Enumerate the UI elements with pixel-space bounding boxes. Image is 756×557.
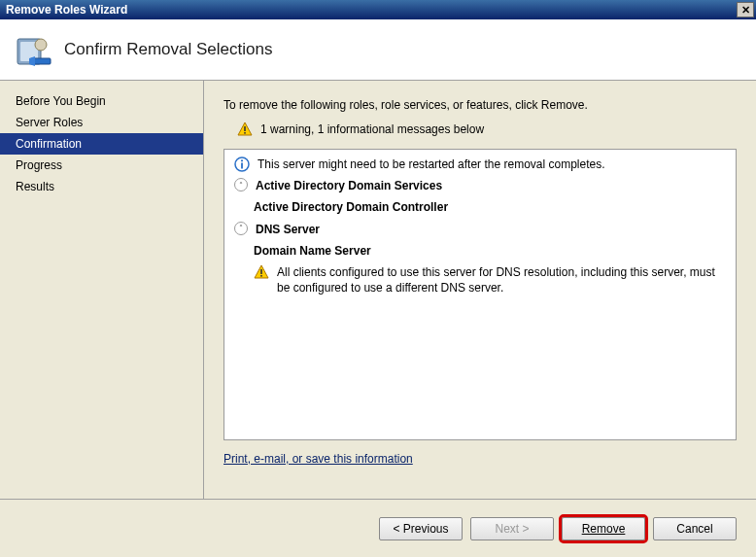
warning-icon bbox=[237, 122, 253, 137]
print-email-save-link[interactable]: Print, e-mail, or save this information bbox=[223, 452, 413, 466]
row-text: Active Directory Domain Services bbox=[256, 178, 728, 193]
svg-point-2 bbox=[35, 39, 47, 51]
svg-rect-7 bbox=[244, 132, 246, 134]
svg-rect-9 bbox=[241, 163, 243, 169]
warning-detail-row: All clients configured to use this serve… bbox=[224, 261, 736, 298]
chevron-up-icon[interactable]: ˄ bbox=[234, 178, 248, 191]
svg-point-10 bbox=[241, 159, 243, 161]
window-title: Remove Roles Wizard bbox=[6, 3, 737, 17]
svg-rect-6 bbox=[244, 126, 246, 131]
wizard-footer: < Previous Next > Remove Cancel bbox=[0, 499, 756, 557]
row-text: Domain Name Server bbox=[254, 243, 728, 259]
sidebar-item-results[interactable]: Results bbox=[0, 176, 203, 197]
role-service-row: Domain Name Server bbox=[224, 240, 736, 261]
info-icon bbox=[234, 157, 250, 172]
summary-row: 1 warning, 1 informational messages belo… bbox=[223, 122, 737, 137]
summary-text: 1 warning, 1 informational messages belo… bbox=[260, 122, 484, 136]
confirmation-detail-box: This server might need to be restarted a… bbox=[223, 149, 737, 440]
wizard-header: Confirm Removal Selections bbox=[0, 19, 756, 81]
window-titlebar: Remove Roles Wizard ✕ bbox=[0, 0, 756, 19]
role-row-dns[interactable]: ˄ DNS Server bbox=[224, 219, 736, 240]
remove-button[interactable]: Remove bbox=[562, 517, 645, 540]
wizard-sidebar: Before You Begin Server Roles Confirmati… bbox=[0, 81, 204, 499]
role-row-ad-ds[interactable]: ˄ Active Directory Domain Services bbox=[224, 175, 736, 196]
svg-rect-12 bbox=[260, 269, 262, 274]
wizard-icon bbox=[12, 29, 52, 70]
sidebar-item-progress[interactable]: Progress bbox=[0, 155, 203, 176]
previous-button[interactable]: < Previous bbox=[379, 517, 463, 540]
info-row: This server might need to be restarted a… bbox=[224, 154, 736, 175]
close-button[interactable]: ✕ bbox=[737, 2, 754, 17]
warning-icon bbox=[254, 264, 269, 280]
intro-text: To remove the following roles, role serv… bbox=[223, 98, 737, 112]
row-text: All clients configured to use this serve… bbox=[277, 264, 728, 296]
sidebar-item-server-roles[interactable]: Server Roles bbox=[0, 112, 203, 133]
row-text: DNS Server bbox=[256, 222, 728, 237]
cancel-button[interactable]: Cancel bbox=[653, 517, 737, 540]
row-text: This server might need to be restarted a… bbox=[258, 157, 728, 172]
role-service-row: Active Directory Domain Controller bbox=[224, 196, 736, 218]
svg-rect-13 bbox=[260, 275, 262, 277]
page-title: Confirm Removal Selections bbox=[64, 40, 272, 59]
next-button: Next > bbox=[470, 517, 554, 540]
row-text: Active Directory Domain Controller bbox=[254, 199, 728, 215]
sidebar-item-before-you-begin[interactable]: Before You Begin bbox=[0, 90, 203, 112]
main-panel: To remove the following roles, role serv… bbox=[204, 81, 756, 499]
chevron-up-icon[interactable]: ˄ bbox=[234, 222, 248, 235]
sidebar-item-confirmation[interactable]: Confirmation bbox=[0, 133, 203, 155]
